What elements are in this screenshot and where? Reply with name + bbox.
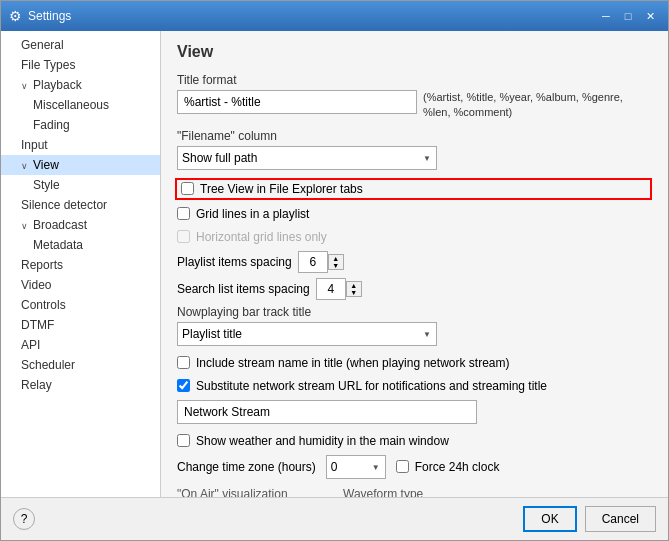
sidebar-item-dtmf[interactable]: DTMF <box>1 315 160 335</box>
cancel-button[interactable]: Cancel <box>585 506 656 532</box>
sidebar-item-general[interactable]: General <box>1 35 160 55</box>
sidebar-item-input[interactable]: Input <box>1 135 160 155</box>
waveform-type-group: Waveform type Peak <box>343 487 473 497</box>
sidebar-item-file-types[interactable]: File Types <box>1 55 160 75</box>
nowplaying-select[interactable]: Playlist title <box>177 322 437 346</box>
horizontal-grid-checkbox[interactable] <box>177 230 190 243</box>
nowplaying-group: Nowplaying bar track title Playlist titl… <box>177 305 652 346</box>
include-stream-row: Include stream name in title (when playi… <box>177 354 652 372</box>
sidebar-item-scheduler[interactable]: Scheduler <box>1 355 160 375</box>
sidebar-item-relay[interactable]: Relay <box>1 375 160 395</box>
include-stream-label: Include stream name in title (when playi… <box>196 356 509 370</box>
sidebar-item-broadcast[interactable]: ∨Broadcast <box>1 215 160 235</box>
playlist-spacing-down[interactable]: ▼ <box>329 262 343 269</box>
sidebar-item-metadata[interactable]: Metadata <box>1 235 160 255</box>
sidebar-item-style[interactable]: Style <box>1 175 160 195</box>
timezone-wrapper: 0 <box>326 455 386 479</box>
title-format-label: Title format <box>177 73 652 87</box>
include-stream-checkbox[interactable] <box>177 356 190 369</box>
nowplaying-wrapper: Playlist title <box>177 322 437 346</box>
title-bar: ⚙ Settings ─ □ ✕ <box>1 1 668 31</box>
visualization-row: "On Air" visualization Spectrum (bars) W… <box>177 487 652 497</box>
tree-view-checkbox[interactable] <box>181 182 194 195</box>
sidebar-item-playback[interactable]: ∨Playback <box>1 75 160 95</box>
playlist-spacing-spinner: ▲ ▼ <box>298 251 344 273</box>
maximize-button[interactable]: □ <box>618 7 638 25</box>
timezone-label: Change time zone (hours) <box>177 460 316 474</box>
search-spacing-row: Search list items spacing ▲ ▼ <box>177 278 652 300</box>
footer-buttons: OK Cancel <box>523 506 656 532</box>
title-format-hint: (%artist, %title, %year, %album, %genre,… <box>423 90 623 121</box>
playlist-spacing-up[interactable]: ▲ <box>329 255 343 262</box>
minimize-button[interactable]: ─ <box>596 7 616 25</box>
substitute-stream-label: Substitute network stream URL for notifi… <box>196 379 547 393</box>
sidebar-item-miscellaneous[interactable]: Miscellaneous <box>1 95 160 115</box>
force-clock-row: Force 24h clock <box>396 458 500 476</box>
close-button[interactable]: ✕ <box>640 7 660 25</box>
timezone-row: Change time zone (hours) 0 Force 24h clo… <box>177 455 652 479</box>
search-spacing-down[interactable]: ▼ <box>347 289 361 296</box>
grid-lines-checkbox[interactable] <box>177 207 190 220</box>
show-weather-row: Show weather and humidity in the main wi… <box>177 432 652 450</box>
filename-column-label: "Filename" column <box>177 129 652 143</box>
sidebar-item-api[interactable]: API <box>1 335 160 355</box>
filename-column-group: "Filename" column Show full path <box>177 129 652 170</box>
tree-view-row: Tree View in File Explorer tabs <box>175 178 652 200</box>
playlist-spacing-row: Playlist items spacing ▲ ▼ <box>177 251 652 273</box>
filename-column-wrapper: Show full path <box>177 146 437 170</box>
title-format-row: (%artist, %title, %year, %album, %genre,… <box>177 90 652 121</box>
window-icon: ⚙ <box>9 8 22 24</box>
waveform-type-label: Waveform type <box>343 487 473 497</box>
show-weather-checkbox[interactable] <box>177 434 190 447</box>
search-spacing-spinner: ▲ ▼ <box>316 278 362 300</box>
substitute-stream-checkbox[interactable] <box>177 379 190 392</box>
on-air-viz-group: "On Air" visualization Spectrum (bars) <box>177 487 327 497</box>
settings-window: ⚙ Settings ─ □ ✕ General File Types ∨Pla… <box>0 0 669 541</box>
playlist-spacing-input[interactable] <box>298 251 328 273</box>
timezone-select[interactable]: 0 <box>326 455 386 479</box>
playlist-spacing-label: Playlist items spacing <box>177 255 292 269</box>
horizontal-grid-label: Horizontal grid lines only <box>196 230 327 244</box>
network-stream-input[interactable] <box>177 400 477 424</box>
network-stream-group <box>177 400 652 424</box>
sidebar-item-silence-detector[interactable]: Silence detector <box>1 195 160 215</box>
tree-view-label: Tree View in File Explorer tabs <box>200 182 363 196</box>
sidebar-item-reports[interactable]: Reports <box>1 255 160 275</box>
sidebar-item-fading[interactable]: Fading <box>1 115 160 135</box>
search-spacing-up[interactable]: ▲ <box>347 282 361 289</box>
main-panel: View Title format (%artist, %title, %yea… <box>161 31 668 497</box>
search-spacing-input[interactable] <box>316 278 346 300</box>
force-clock-checkbox[interactable] <box>396 460 409 473</box>
sidebar-item-video[interactable]: Video <box>1 275 160 295</box>
horizontal-grid-row: Horizontal grid lines only <box>177 228 652 246</box>
section-title: View <box>177 43 652 61</box>
window-title: Settings <box>28 9 71 23</box>
footer: ? OK Cancel <box>1 497 668 540</box>
sidebar: General File Types ∨Playback Miscellaneo… <box>1 31 161 497</box>
grid-lines-label: Grid lines in a playlist <box>196 207 309 221</box>
content-area: General File Types ∨Playback Miscellaneo… <box>1 31 668 497</box>
sidebar-item-controls[interactable]: Controls <box>1 295 160 315</box>
force-clock-label: Force 24h clock <box>415 460 500 474</box>
grid-lines-row: Grid lines in a playlist <box>177 205 652 223</box>
nowplaying-label: Nowplaying bar track title <box>177 305 652 319</box>
help-button[interactable]: ? <box>13 508 35 530</box>
filename-column-select[interactable]: Show full path <box>177 146 437 170</box>
sidebar-item-view[interactable]: ∨View <box>1 155 160 175</box>
ok-button[interactable]: OK <box>523 506 576 532</box>
search-spacing-label: Search list items spacing <box>177 282 310 296</box>
on-air-viz-label: "On Air" visualization <box>177 487 327 497</box>
substitute-stream-row: Substitute network stream URL for notifi… <box>177 377 652 395</box>
title-format-input[interactable] <box>177 90 417 114</box>
show-weather-label: Show weather and humidity in the main wi… <box>196 434 449 448</box>
